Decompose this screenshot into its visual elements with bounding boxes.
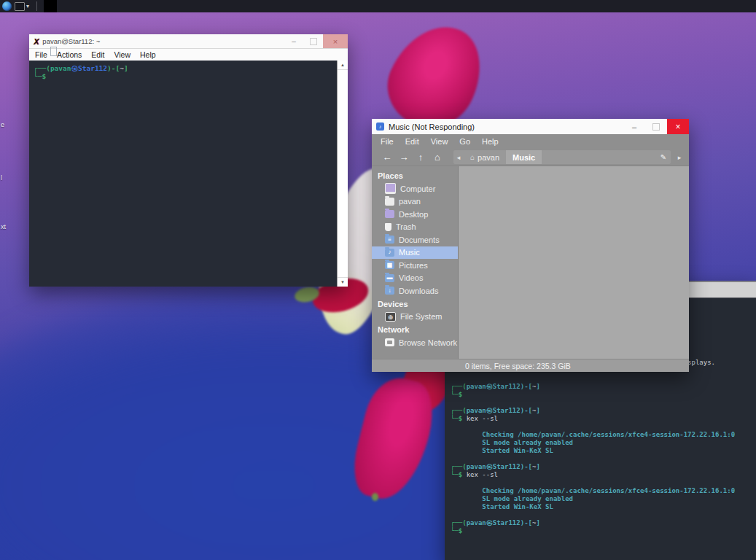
devices-list: ◎File System [372, 311, 458, 324]
xterm-window[interactable]: X pavan@Star112: ~ – × FileActionsEditVi… [29, 34, 348, 287]
xterm-app-icon: X [34, 37, 39, 46]
sidebar-item-computer[interactable]: Computer [372, 182, 458, 195]
top-panel: ▾ [0, 0, 756, 12]
trash-icon [385, 223, 391, 231]
breadcrumb-next-icon[interactable]: ▸ [674, 154, 685, 161]
pictures-folder-icon: ▦ [385, 261, 394, 269]
videos-folder-icon: ▬ [385, 274, 394, 282]
xterm-titlebar[interactable]: X pavan@Star112: ~ – × [29, 34, 348, 49]
sidebar-item-desktop[interactable]: Desktop [372, 208, 458, 221]
places-list: ComputerpavanDesktopTrash≡Documents♪Musi… [372, 182, 458, 298]
panel-divider [36, 1, 37, 11]
sidebar-header-places: Places [372, 169, 458, 182]
panel-black-tile [44, 0, 57, 12]
edit-path-icon[interactable]: ✎ [656, 153, 671, 161]
browser-globe-icon[interactable] [2, 1, 12, 11]
xterm-terminal-content[interactable]: ┌──(pavan㉿Star112)-[~]└─$ [29, 61, 338, 287]
sidebar-item-pavan[interactable]: pavan [372, 195, 458, 209]
terminal-line [451, 423, 756, 431]
breadcrumb-home-label: pavan [478, 153, 499, 162]
terminal-cursor [50, 47, 57, 56]
terminal-line: Started Win-KeX SL [451, 447, 756, 455]
terminal-line [451, 511, 756, 519]
breadcrumb-current[interactable]: Music [506, 150, 542, 164]
minimize-button[interactable]: – [284, 34, 304, 48]
sidebar-item-documents[interactable]: ≡Documents [372, 233, 458, 246]
terminal-line: └─$ [451, 391, 756, 399]
desktop-icon-label-fragment: e [1, 121, 4, 128]
music-folder-app-icon: ♪ [376, 122, 384, 131]
breadcrumb: ◂ ⌂ pavan Music ✎ [453, 150, 671, 164]
xterm-window-title: pavan@Star112: ~ [42, 37, 284, 45]
terminal-line: SL mode already enabled [451, 439, 756, 447]
breadcrumb-collapse-icon[interactable]: ◂ [453, 154, 464, 161]
maximize-icon [310, 38, 317, 45]
sidebar-item-label: Desktop [399, 210, 428, 219]
menu-item-help[interactable]: Help [476, 137, 504, 146]
menu-item-view[interactable]: View [114, 50, 130, 59]
sidebar-item-trash[interactable]: Trash [372, 221, 458, 234]
terminal-line [451, 479, 756, 487]
file-manager-statusbar: 0 items, Free space: 235.3 GiB [372, 359, 689, 372]
music-folder-icon: ♪ [385, 249, 394, 257]
maximize-button[interactable] [645, 119, 667, 134]
terminal-window-selector[interactable]: ▾ [15, 1, 34, 11]
sidebar-item-pictures[interactable]: ▦Pictures [372, 259, 458, 272]
minimize-button[interactable]: – [623, 119, 645, 134]
terminal-line: ┌──(pavan㉿Star112)-[~] [451, 407, 756, 415]
menu-item-help[interactable]: Help [140, 50, 156, 59]
close-button[interactable]: × [323, 34, 348, 48]
back-button[interactable]: ← [381, 151, 394, 164]
sidebar-item-label: Trash [396, 222, 416, 231]
sidebar-item-file-system[interactable]: ◎File System [372, 311, 458, 324]
scroll-down-arrow-icon[interactable]: ▼ [338, 277, 348, 287]
menu-item-edit[interactable]: Edit [91, 50, 104, 59]
path-bar[interactable] [542, 150, 656, 164]
scroll-up-arrow-icon[interactable]: ▲ [338, 61, 348, 70]
network-list: Browse Network [372, 336, 458, 349]
menu-item-actions[interactable]: Actions [57, 50, 82, 59]
close-button[interactable]: × [667, 119, 689, 134]
terminal-line [451, 375, 756, 383]
up-button[interactable]: ↑ [414, 151, 427, 164]
forward-button[interactable]: → [397, 151, 410, 164]
file-manager-toolbar: ←→↑⌂ ◂ ⌂ pavan Music ✎ ▸ [372, 149, 689, 166]
file-list-pane[interactable] [459, 166, 689, 359]
terminal-line [451, 399, 756, 407]
terminal-line: └─$ [451, 527, 756, 535]
sidebar-item-browse-network[interactable]: Browse Network [372, 336, 458, 349]
terminal-line: └─$ [34, 72, 338, 80]
documents-folder-icon: ≡ [385, 236, 394, 244]
menu-item-file[interactable]: File [375, 137, 400, 146]
terminal-line: SL mode already enabled [451, 495, 756, 503]
menu-item-file[interactable]: File [35, 50, 47, 59]
terminal-line: └─$ kex --sl [451, 415, 756, 423]
desktop-icon-label-fragment: xt [1, 223, 6, 230]
home-icon: ⌂ [470, 153, 475, 161]
sidebar-item-label: Browse Network [399, 338, 457, 347]
nav-buttons: ←→↑⌂ [381, 151, 444, 164]
xterm-menubar: FileActionsEditViewHelp [29, 49, 348, 61]
xterm-scrollbar[interactable]: ▲ ▼ [337, 61, 348, 287]
sidebar-item-music[interactable]: ♪Music [372, 246, 458, 260]
file-manager-window[interactable]: ♪ Music (Not Responding) – × FileEditVie… [372, 119, 689, 372]
home-button[interactable]: ⌂ [431, 151, 444, 164]
menu-item-go[interactable]: Go [453, 137, 476, 146]
sidebar-item-label: File System [400, 312, 442, 321]
terminal-line [451, 455, 756, 463]
menu-item-view[interactable]: View [425, 137, 454, 146]
terminal-line: Started Win-KeX SL [451, 503, 756, 511]
terminal-line: Checking /home/pavan/.cache/sessions/xfc… [451, 487, 756, 495]
file-manager-titlebar[interactable]: ♪ Music (Not Responding) – × [372, 119, 689, 134]
desktop-folder-icon [385, 210, 394, 218]
sidebar-item-downloads[interactable]: ↓Downloads [372, 284, 458, 298]
menu-item-edit[interactable]: Edit [400, 137, 425, 146]
terminal-icon [15, 2, 25, 11]
sidebar-item-label: Videos [399, 273, 423, 282]
sidebar-item-videos[interactable]: ▬Videos [372, 272, 458, 285]
downloads-folder-icon: ↓ [385, 287, 394, 295]
breadcrumb-home[interactable]: ⌂ pavan [464, 150, 506, 164]
chevron-down-icon: ▾ [26, 4, 29, 9]
maximize-button[interactable] [304, 34, 323, 48]
computer-icon [385, 183, 396, 194]
